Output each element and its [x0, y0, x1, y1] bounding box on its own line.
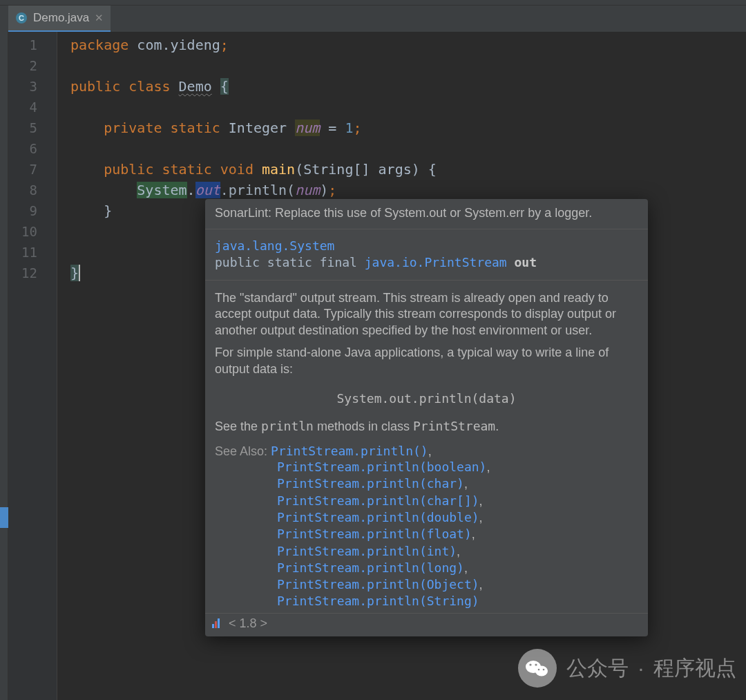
popup-see-also: See Also: PrintStream.println(),: [205, 441, 648, 459]
popup-see-also-list: PrintStream.println(boolean),PrintStream…: [205, 459, 648, 613]
code-line[interactable]: [70, 97, 746, 117]
svg-point-4: [529, 663, 531, 665]
see-also-link[interactable]: PrintStream.println(long): [277, 560, 464, 575]
bookmark-marker[interactable]: [0, 507, 8, 528]
line-number: 7: [8, 159, 57, 180]
tab-demo-java[interactable]: C Demo.java ✕: [8, 6, 111, 32]
line-number: 10: [8, 221, 57, 242]
see-also-link[interactable]: PrintStream.println(int): [277, 544, 457, 558]
popup-footer: < 1.8 >: [205, 613, 648, 636]
see-also-link[interactable]: PrintStream.println(char[]): [277, 493, 479, 508]
see-also-link[interactable]: PrintStream.println(double): [277, 510, 479, 524]
watermark: 公众号 · 程序视点: [518, 649, 736, 688]
gutter[interactable]: 1 2 3 4 5 6 7 8 9 10 11 12: [8, 32, 57, 700]
line-number: 4: [8, 97, 57, 117]
watermark-text: 程序视点: [653, 654, 736, 683]
signature-class-link[interactable]: java.lang.System: [215, 238, 334, 253]
line-number: 12: [8, 263, 57, 283]
window-top-bar: [0, 0, 746, 6]
code-line[interactable]: [70, 55, 746, 76]
popup-signature: java.lang.System public static final jav…: [205, 229, 648, 281]
watermark-separator: ·: [638, 656, 644, 680]
see-also-link[interactable]: PrintStream.println(char): [277, 476, 464, 491]
code-line[interactable]: System.out.println(num);: [70, 180, 746, 200]
see-also-link[interactable]: PrintStream.println(String): [277, 594, 479, 608]
java-class-icon: C: [15, 12, 28, 24]
line-number: 6: [8, 138, 57, 159]
svg-point-3: [535, 666, 548, 677]
tab-label: Demo.java: [33, 11, 89, 25]
popup-doc-paragraph: See the println methods in class PrintSt…: [205, 418, 648, 441]
popup-doc-paragraph: The "standard" output stream. This strea…: [205, 281, 648, 345]
line-number: 1: [8, 35, 57, 55]
see-also-link[interactable]: PrintStream.println(float): [277, 527, 472, 541]
close-icon[interactable]: ✕: [95, 12, 104, 24]
watermark-text: 公众号: [566, 654, 629, 683]
see-also-link[interactable]: PrintStream.println(boolean): [277, 460, 486, 474]
see-also-link[interactable]: PrintStream.println(): [271, 444, 428, 458]
signature-type-link[interactable]: java.io.PrintStream: [365, 255, 507, 269]
see-also-link[interactable]: PrintStream.println(Object): [277, 577, 479, 592]
popup-code-sample: System.out.println(data): [205, 383, 648, 418]
line-number: 3: [8, 76, 57, 97]
svg-point-7: [542, 669, 544, 671]
svg-text:C: C: [19, 14, 24, 22]
code-line[interactable]: private static Integer num = 1;: [70, 117, 746, 138]
code-line[interactable]: package com.yideng;: [70, 35, 746, 55]
popup-inspection-header: SonarLint: Replace this use of System.ou…: [205, 199, 648, 229]
code-line[interactable]: public class Demo {: [70, 76, 746, 97]
tab-bar: C Demo.java ✕: [0, 6, 746, 32]
svg-point-5: [535, 663, 537, 665]
popup-doc-paragraph: For simple stand-alone Java applications…: [205, 345, 648, 384]
line-number: 8: [8, 180, 57, 200]
line-number: 5: [8, 117, 57, 138]
wechat-icon: [518, 649, 557, 688]
svg-point-6: [537, 669, 539, 671]
text-cursor: [79, 265, 80, 281]
module-icon: [212, 618, 222, 628]
left-tool-stripe: [0, 32, 8, 700]
code-line[interactable]: public static void main(String[] args) {: [70, 159, 746, 180]
line-number: 11: [8, 242, 57, 263]
documentation-popup[interactable]: SonarLint: Replace this use of System.ou…: [205, 199, 648, 636]
line-number: 2: [8, 55, 57, 76]
line-number: 9: [8, 200, 57, 221]
code-line[interactable]: [70, 138, 746, 159]
code-margin-line: [57, 32, 57, 700]
popup-since-version: < 1.8 >: [229, 616, 267, 631]
